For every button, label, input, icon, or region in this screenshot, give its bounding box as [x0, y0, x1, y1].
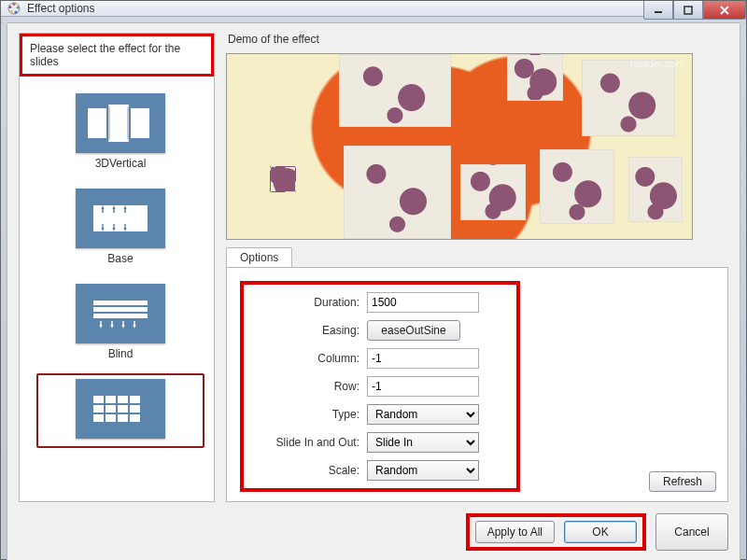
svg-rect-24: [130, 405, 140, 413]
svg-point-5: [8, 6, 11, 8]
svg-rect-19: [118, 396, 128, 403]
svg-point-3: [14, 10, 17, 13]
minimize-button[interactable]: [643, 1, 673, 20]
right-panel: Demo of the effect hislider.com: [226, 33, 728, 502]
svg-rect-8: [88, 108, 106, 138]
effect-item-blind[interactable]: Blind: [36, 278, 204, 366]
app-icon: [7, 1, 21, 16]
client-area: Please select the effect for the slides …: [7, 22, 740, 560]
column-label: Column:: [257, 352, 359, 365]
effect-options-window: Effect options Please select the effect …: [0, 0, 747, 560]
options-wrap: Options Duration: Easing: easeOutSine Co…: [226, 247, 728, 502]
effect-thumb-3dvertical: [76, 93, 165, 153]
scale-label: Scale:: [257, 464, 359, 477]
svg-rect-28: [130, 414, 140, 422]
effect-thumb-grid: [76, 379, 165, 439]
maximize-button[interactable]: [673, 1, 703, 20]
preview-tiles: [227, 54, 692, 239]
tabstrip: Options: [226, 247, 728, 267]
refresh-button[interactable]: Refresh: [649, 471, 716, 492]
cancel-button[interactable]: Cancel: [655, 513, 728, 551]
preview-label: Demo of the effect: [226, 33, 728, 46]
svg-rect-23: [118, 405, 128, 413]
effect-thumb-blind: [76, 284, 165, 343]
preview-box: hislider.com: [226, 53, 693, 240]
options-grid: Duration: Easing: easeOutSine Column: Ro…: [257, 292, 503, 481]
svg-rect-13: [93, 205, 148, 231]
svg-rect-26: [106, 414, 116, 422]
svg-rect-17: [93, 396, 104, 403]
slide-select[interactable]: Slide In: [367, 432, 479, 453]
preview-watermark: hislider.com: [630, 58, 684, 69]
effect-list-header: Please select the effect for the slides: [22, 36, 211, 74]
svg-rect-14: [93, 301, 148, 305]
close-button[interactable]: [703, 1, 746, 20]
svg-point-2: [17, 6, 20, 8]
apply-to-all-button[interactable]: Apply to All: [475, 521, 555, 543]
easing-label: Easing:: [257, 324, 359, 337]
svg-point-1: [12, 3, 15, 6]
duration-input[interactable]: [367, 292, 479, 313]
annotation-highlight: Duration: Easing: easeOutSine Column: Ro…: [240, 281, 520, 492]
column-input[interactable]: [367, 348, 479, 369]
svg-rect-22: [106, 405, 116, 413]
svg-rect-7: [684, 7, 692, 14]
annotation-highlight: Apply to All OK: [466, 513, 646, 551]
row-input[interactable]: [367, 376, 479, 397]
titlebar: Effect options: [1, 1, 746, 17]
svg-rect-9: [108, 105, 129, 142]
annotation-highlight: Please select the effect for the slides: [20, 34, 214, 77]
effect-item-base[interactable]: Base: [36, 183, 204, 271]
svg-rect-10: [131, 108, 149, 138]
svg-rect-16: [93, 314, 148, 318]
row-label: Row:: [257, 380, 359, 393]
svg-rect-18: [106, 396, 116, 403]
scale-select[interactable]: Random: [367, 460, 479, 481]
svg-marker-12: [127, 105, 129, 142]
duration-label: Duration:: [257, 296, 359, 309]
type-label: Type:: [257, 408, 359, 421]
effect-item-3dvertical[interactable]: 3DVertical: [36, 88, 204, 175]
effect-thumb-base: [76, 189, 165, 248]
effect-name: 3DVertical: [42, 157, 199, 170]
svg-rect-6: [655, 11, 662, 13]
svg-rect-25: [93, 414, 104, 422]
effect-list-panel: Please select the effect for the slides …: [19, 33, 215, 502]
easing-button[interactable]: easeOutSine: [367, 320, 460, 341]
dialog-footer: Apply to All OK Cancel: [19, 511, 728, 551]
svg-rect-20: [130, 396, 140, 403]
window-title: Effect options: [27, 2, 95, 15]
slide-label: Slide In and Out:: [257, 436, 359, 449]
effect-name: Base: [42, 252, 199, 265]
svg-point-4: [9, 10, 12, 13]
svg-rect-21: [93, 405, 104, 413]
tab-options[interactable]: Options: [226, 247, 292, 267]
type-select[interactable]: Random: [367, 404, 479, 425]
ok-button[interactable]: OK: [564, 521, 637, 543]
effect-name: Blind: [42, 347, 199, 360]
effect-list[interactable]: 3DVertical Base: [20, 82, 214, 501]
window-controls: [643, 1, 746, 20]
svg-marker-11: [108, 105, 110, 142]
effect-item-grid[interactable]: [36, 373, 204, 448]
svg-rect-27: [118, 414, 128, 422]
svg-rect-15: [93, 307, 148, 312]
options-tab-body: Duration: Easing: easeOutSine Column: Ro…: [226, 267, 728, 502]
